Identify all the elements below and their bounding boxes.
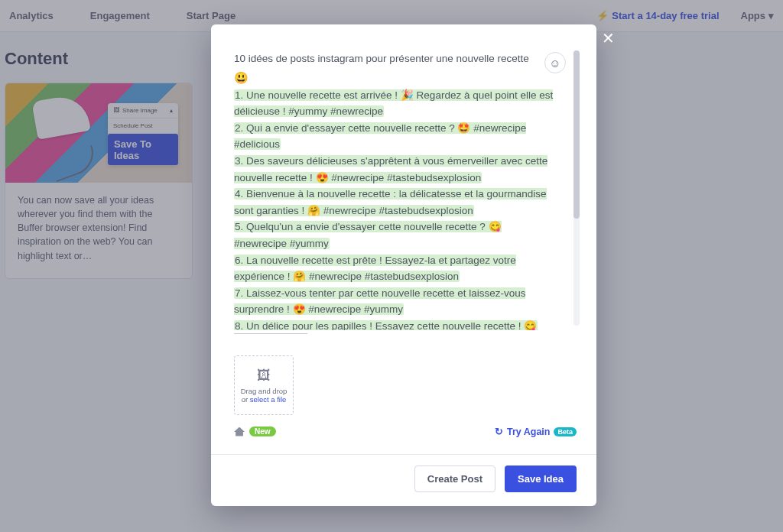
image-icon: 🖼 (257, 368, 271, 384)
idea-line: 5. Quelqu'un a envie d'essayer cette nou… (234, 221, 502, 249)
idea-line: 2. Qui a envie d'essayer cette nouvelle … (234, 122, 526, 151)
close-icon[interactable]: ✕ (602, 29, 615, 47)
create-post-button[interactable]: Create Post (414, 466, 495, 492)
emoji-picker-button[interactable]: ☺ (544, 52, 566, 73)
emoji-icon: ☺ (549, 57, 560, 70)
intro-emoji: 😃 (234, 71, 249, 84)
idea-line: 4. Bienvenue à la nouvelle recette : la … (234, 188, 547, 216)
integrations-icon[interactable] (234, 427, 245, 436)
idea-line: 6. La nouvelle recette est prête ! Essay… (234, 255, 516, 283)
editor-scrollbar[interactable] (573, 50, 580, 326)
new-badge: New (249, 427, 276, 436)
select-file-link[interactable]: select a file (250, 395, 287, 404)
idea-line: 7. Laissez-vous tenter par cette nouvell… (234, 287, 525, 316)
idea-line: 3. Des saveurs délicieuses s'apprêtent à… (234, 155, 547, 183)
editor-intro: 10 idées de posts instagram pour présent… (234, 50, 555, 67)
upload-text: Drag and drop or select a file (241, 387, 288, 404)
modal-divider (211, 454, 596, 455)
idea-editor[interactable]: 10 idées de posts instagram pour présent… (234, 50, 581, 330)
editor-underline (234, 333, 307, 334)
beta-badge: Beta (554, 427, 577, 436)
upload-dropzone[interactable]: 🖼 Drag and drop or select a file (234, 355, 294, 415)
refresh-icon: ↻ (495, 426, 503, 437)
idea-line: 1. Une nouvelle recette est arrivée ! 🎉 … (234, 89, 553, 118)
idea-line: 8. Un délice pour les papilles ! Essayez… (234, 320, 538, 330)
try-again-label: Try Again (507, 427, 551, 437)
idea-modal: ✕ ☺ 10 idées de posts instagram pour pré… (211, 24, 596, 506)
try-again-button[interactable]: ↻ Try Again Beta (495, 426, 577, 437)
save-idea-button[interactable]: Save Idea (505, 466, 577, 492)
